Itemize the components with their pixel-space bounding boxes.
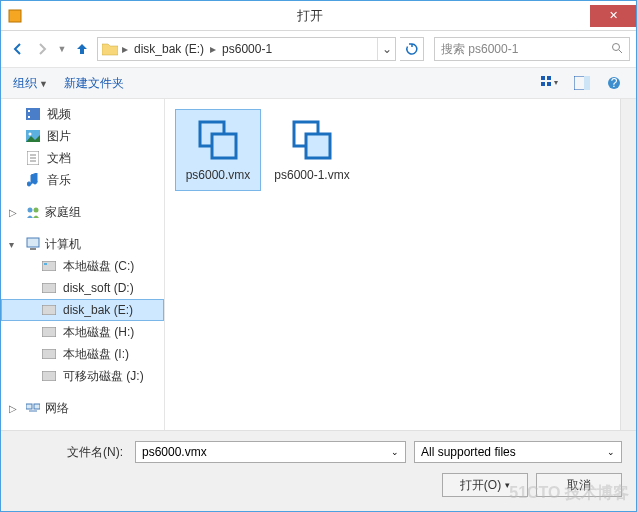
svg-point-21 <box>34 208 39 213</box>
close-button[interactable]: ✕ <box>590 5 636 27</box>
help-button[interactable]: ? <box>604 73 624 93</box>
file-item[interactable]: ps6000-1.vmx <box>269 109 355 191</box>
dialog-title: 打开 <box>29 7 590 25</box>
svg-rect-32 <box>34 404 40 409</box>
svg-point-15 <box>29 133 32 136</box>
sidebar: 视频 图片 文档 音乐 ▷ 家庭组 ▾ 计算机 <box>1 99 165 430</box>
sidebar-group-homegroup[interactable]: ▷ 家庭组 <box>1 201 164 223</box>
search-input[interactable]: 搜索 ps6000-1 <box>434 37 630 61</box>
filename-input[interactable]: ps6000.vmx ⌄ <box>135 441 406 463</box>
svg-rect-27 <box>42 305 56 315</box>
forward-button[interactable] <box>31 38 53 60</box>
sidebar-group-network[interactable]: ▷ 网络 <box>1 397 164 419</box>
svg-rect-3 <box>541 76 545 80</box>
address-bar[interactable]: ▸ disk_bak (E:) ▸ ps6000-1 ⌄ <box>97 37 396 61</box>
svg-rect-26 <box>42 283 56 293</box>
svg-rect-11 <box>26 108 40 120</box>
window-controls: ✕ <box>590 5 636 27</box>
svg-rect-24 <box>42 261 56 271</box>
svg-rect-30 <box>42 371 56 381</box>
up-button[interactable] <box>71 38 93 60</box>
svg-rect-29 <box>42 349 56 359</box>
expand-icon[interactable]: ▷ <box>9 207 21 218</box>
svg-rect-37 <box>306 134 330 158</box>
recent-dropdown[interactable]: ▼ <box>55 38 69 60</box>
svg-rect-0 <box>9 10 21 22</box>
network-icon <box>25 400 41 416</box>
svg-point-1 <box>613 43 620 50</box>
file-list[interactable]: ps6000.vmx ps6000-1.vmx <box>165 99 636 430</box>
view-options-button[interactable] <box>540 73 560 93</box>
sidebar-group-computer[interactable]: ▾ 计算机 <box>1 233 164 255</box>
expand-icon[interactable]: ▷ <box>9 403 21 414</box>
sidebar-item-music[interactable]: 音乐 <box>1 169 164 191</box>
sidebar-drive[interactable]: 本地磁盘 (I:) <box>1 343 164 365</box>
svg-rect-31 <box>26 404 32 409</box>
titlebar: 打开 ✕ <box>1 1 636 31</box>
footer: 文件名(N): ps6000.vmx ⌄ All supported files… <box>1 430 636 511</box>
address-dropdown[interactable]: ⌄ <box>377 38 395 60</box>
chevron-down-icon[interactable]: ⌄ <box>607 447 615 457</box>
svg-line-2 <box>619 50 622 53</box>
scrollbar[interactable] <box>620 99 636 430</box>
open-file-dialog: 打开 ✕ ▼ ▸ disk_bak (E:) ▸ ps6000-1 <box>0 0 637 512</box>
chevron-down-icon[interactable]: ⌄ <box>391 447 399 457</box>
cancel-button[interactable]: 取消 <box>536 473 622 497</box>
drive-icon <box>41 368 57 384</box>
drive-icon <box>41 324 57 340</box>
sidebar-item-video[interactable]: 视频 <box>1 103 164 125</box>
open-button[interactable]: 打开(O) ▾ <box>442 473 528 497</box>
toolbar: 组织▼ 新建文件夹 ? <box>1 67 636 99</box>
sidebar-drive[interactable]: 可移动磁盘 (J:) <box>1 365 164 387</box>
music-icon <box>25 172 41 188</box>
filename-label: 文件名(N): <box>15 444 127 461</box>
document-icon <box>25 150 41 166</box>
chevron-right-icon: ▸ <box>120 42 130 56</box>
svg-rect-8 <box>584 76 590 90</box>
vmx-icon <box>288 116 336 164</box>
body-area: 视频 图片 文档 音乐 ▷ 家庭组 ▾ 计算机 <box>1 99 636 430</box>
sidebar-drive[interactable]: 本地磁盘 (C:) <box>1 255 164 277</box>
app-icon <box>1 9 29 23</box>
svg-rect-4 <box>547 76 551 80</box>
chevron-right-icon: ▸ <box>208 42 218 56</box>
picture-icon <box>25 128 41 144</box>
svg-rect-6 <box>547 82 551 86</box>
drive-icon <box>41 346 57 362</box>
breadcrumb-seg[interactable]: disk_bak (E:) <box>130 42 208 56</box>
sidebar-item-documents[interactable]: 文档 <box>1 147 164 169</box>
back-button[interactable] <box>7 38 29 60</box>
collapse-icon[interactable]: ▾ <box>9 239 21 250</box>
organize-button[interactable]: 组织▼ <box>13 75 48 92</box>
svg-rect-28 <box>42 327 56 337</box>
chevron-down-icon[interactable]: ▾ <box>505 480 510 490</box>
drive-icon <box>41 280 57 296</box>
sidebar-item-pictures[interactable]: 图片 <box>1 125 164 147</box>
search-icon <box>611 42 623 57</box>
svg-rect-25 <box>44 263 47 265</box>
sidebar-drive[interactable]: disk_bak (E:) <box>1 299 164 321</box>
search-placeholder: 搜索 ps6000-1 <box>441 41 611 58</box>
computer-icon <box>25 236 41 252</box>
sidebar-drive[interactable]: disk_soft (D:) <box>1 277 164 299</box>
video-icon <box>25 106 41 122</box>
svg-rect-23 <box>30 248 36 250</box>
file-item[interactable]: ps6000.vmx <box>175 109 261 191</box>
new-folder-button[interactable]: 新建文件夹 <box>64 75 124 92</box>
svg-rect-35 <box>212 134 236 158</box>
homegroup-icon <box>25 204 41 220</box>
svg-text:?: ? <box>611 76 618 90</box>
breadcrumb-seg[interactable]: ps6000-1 <box>218 42 276 56</box>
preview-pane-button[interactable] <box>572 73 592 93</box>
svg-rect-22 <box>27 238 39 247</box>
sidebar-drive[interactable]: 本地磁盘 (H:) <box>1 321 164 343</box>
svg-rect-13 <box>28 116 30 118</box>
filetype-select[interactable]: All supported files ⌄ <box>414 441 622 463</box>
refresh-button[interactable] <box>400 37 424 61</box>
vmx-icon <box>194 116 242 164</box>
svg-point-20 <box>28 208 33 213</box>
drive-icon <box>41 258 57 274</box>
svg-rect-5 <box>541 82 545 86</box>
navbar: ▼ ▸ disk_bak (E:) ▸ ps6000-1 ⌄ 搜索 ps6000… <box>1 31 636 67</box>
drive-icon <box>41 302 57 318</box>
